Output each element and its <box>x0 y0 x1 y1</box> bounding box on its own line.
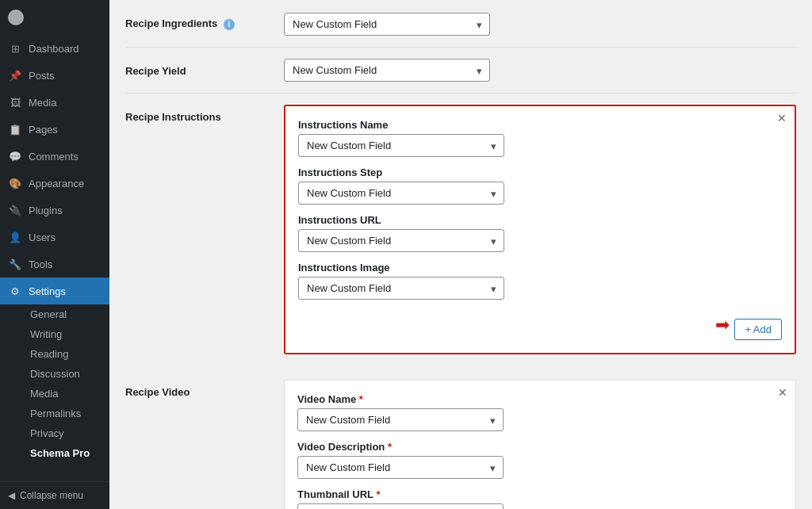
recipe-ingredients-select[interactable]: New Custom Field Post Title Post Content <box>284 13 490 36</box>
wp-logo-icon <box>8 10 24 25</box>
sidebar-item-label: Settings <box>29 285 66 297</box>
recipe-instructions-right: ✕ Instructions Name New Custom Field Pos… <box>284 105 796 358</box>
submenu-item-media[interactable]: Media <box>8 384 109 404</box>
recipe-video-row: Recipe Video ✕ Video Name * New Custom F… <box>125 380 796 509</box>
instructions-name-select[interactable]: New Custom Field Post Title <box>298 134 504 157</box>
collapse-menu-button[interactable]: ◀ Collapse menu <box>0 481 109 509</box>
settings-icon: ⚙ <box>8 284 22 298</box>
sidebar-item-label: Appearance <box>29 178 84 189</box>
instructions-step-field: Instructions Step New Custom Field Post … <box>298 166 782 205</box>
add-row: ➡ + Add <box>298 309 782 340</box>
pages-icon: 📋 <box>8 122 22 136</box>
video-description-select[interactable]: New Custom Field <box>297 456 504 479</box>
submenu-item-reading[interactable]: Reading <box>8 344 109 364</box>
posts-icon: 📌 <box>8 68 22 82</box>
recipe-instructions-section: ✕ Instructions Name New Custom Field Pos… <box>284 105 796 354</box>
sidebar-item-plugins[interactable]: 🔌 Plugins <box>0 197 109 224</box>
video-name-select[interactable]: New Custom Field <box>297 408 504 431</box>
sidebar-item-label: Comments <box>29 151 79 163</box>
sidebar-item-comments[interactable]: 💬 Comments <box>0 143 109 170</box>
instructions-url-select-wrapper: New Custom Field Post Title <box>298 229 504 252</box>
video-description-label: Video Description * <box>297 441 783 453</box>
instructions-url-field: Instructions URL New Custom Field Post T… <box>298 214 782 252</box>
thumbnail-url-field: Thumbnail URL * New Custom Field <box>297 488 783 509</box>
plugins-icon: 🔌 <box>8 203 22 217</box>
sidebar-item-settings[interactable]: ⚙ Settings <box>0 277 109 304</box>
recipe-ingredients-label: Recipe Ingredients i <box>125 13 284 30</box>
sidebar-item-label: Posts <box>29 70 55 82</box>
instructions-image-field: Instructions Image New Custom Field Post… <box>298 262 782 300</box>
instructions-image-select[interactable]: New Custom Field Post Title <box>298 277 504 300</box>
tools-icon: 🔧 <box>8 257 22 271</box>
dashboard-icon: ⊞ <box>8 41 22 55</box>
instructions-name-label: Instructions Name <box>298 119 782 131</box>
required-indicator: * <box>376 488 380 500</box>
comments-icon: 💬 <box>8 149 22 163</box>
sidebar-item-tools[interactable]: 🔧 Tools <box>0 251 109 277</box>
instructions-url-label: Instructions URL <box>298 214 782 226</box>
thumbnail-url-label: Thumbnail URL * <box>297 488 783 500</box>
arrow-icon: ➡ <box>715 315 730 335</box>
recipe-yield-row: Recipe Yield New Custom Field Post Title… <box>125 59 796 94</box>
sidebar: ⊞ Dashboard 📌 Posts 🖼 Media 📋 Pages 💬 Co… <box>0 0 109 509</box>
submenu-item-discussion[interactable]: Discussion <box>8 364 109 384</box>
video-name-label: Video Name * <box>297 393 783 405</box>
content-area: Recipe Ingredients i New Custom Field Po… <box>109 0 812 509</box>
appearance-icon: 🎨 <box>8 176 22 190</box>
instructions-step-select-wrapper: New Custom Field Post Title <box>298 182 504 205</box>
recipe-video-section: ✕ Video Name * New Custom Field <box>284 380 796 509</box>
instructions-image-select-wrapper: New Custom Field Post Title <box>298 277 504 300</box>
instructions-close-button[interactable]: ✕ <box>777 113 787 124</box>
instructions-image-label: Instructions Image <box>298 262 782 274</box>
instructions-url-select[interactable]: New Custom Field Post Title <box>298 229 504 252</box>
sidebar-item-media[interactable]: 🖼 Media <box>0 89 109 116</box>
instructions-step-select[interactable]: New Custom Field Post Title <box>298 182 504 205</box>
collapse-icon: ◀ <box>8 490 15 501</box>
settings-submenu: General Writing Reading Discussion Media… <box>0 304 109 463</box>
sidebar-item-dashboard[interactable]: ⊞ Dashboard <box>0 35 109 62</box>
recipe-instructions-label: Recipe Instructions <box>125 105 284 123</box>
video-name-field: Video Name * New Custom Field <box>297 393 783 431</box>
video-description-select-wrapper: New Custom Field <box>297 456 504 479</box>
sidebar-item-users[interactable]: 👤 Users <box>0 224 109 251</box>
submenu-item-privacy[interactable]: Privacy <box>8 423 109 443</box>
video-description-field: Video Description * New Custom Field <box>297 441 783 479</box>
submenu-item-writing[interactable]: Writing <box>8 324 109 344</box>
recipe-yield-select-wrapper: New Custom Field Post Title Post Content <box>284 59 490 82</box>
thumbnail-url-select-wrapper: New Custom Field <box>297 503 504 509</box>
instructions-name-field: Instructions Name New Custom Field Post … <box>298 119 782 157</box>
submenu-item-general[interactable]: General <box>8 304 109 324</box>
required-indicator: * <box>388 441 392 453</box>
recipe-ingredients-row: Recipe Ingredients i New Custom Field Po… <box>125 13 796 48</box>
recipe-video-right: ✕ Video Name * New Custom Field <box>284 380 796 509</box>
sidebar-item-label: Media <box>29 97 56 109</box>
add-button[interactable]: + Add <box>734 319 782 340</box>
submenu-item-permalinks[interactable]: Permalinks <box>8 404 109 423</box>
sidebar-item-label: Users <box>29 232 56 243</box>
recipe-yield-right: New Custom Field Post Title Post Content <box>284 59 796 82</box>
submenu-item-schema-pro[interactable]: Schema Pro <box>8 443 109 463</box>
required-indicator: * <box>359 393 363 405</box>
recipe-video-label: Recipe Video <box>125 380 284 398</box>
sidebar-item-appearance[interactable]: 🎨 Appearance <box>0 170 109 197</box>
video-name-select-wrapper: New Custom Field <box>297 408 504 431</box>
users-icon: 👤 <box>8 230 22 244</box>
sidebar-item-pages[interactable]: 📋 Pages <box>0 116 109 143</box>
recipe-ingredients-field: New Custom Field Post Title Post Content <box>284 13 490 36</box>
info-icon[interactable]: i <box>224 19 235 30</box>
instructions-name-select-wrapper: New Custom Field Post Title <box>298 134 504 157</box>
media-icon: 🖼 <box>8 95 22 109</box>
collapse-label: Collapse menu <box>20 490 83 501</box>
sidebar-logo <box>0 0 109 35</box>
video-close-button[interactable]: ✕ <box>778 387 787 398</box>
main-content: Recipe Ingredients i New Custom Field Po… <box>109 0 812 509</box>
thumbnail-url-select[interactable]: New Custom Field <box>297 503 504 509</box>
sidebar-item-label: Pages <box>29 124 58 136</box>
recipe-instructions-row: Recipe Instructions ✕ Instructions Name … <box>125 105 796 369</box>
sidebar-item-posts[interactable]: 📌 Posts <box>0 62 109 89</box>
recipe-yield-select[interactable]: New Custom Field Post Title Post Content <box>284 59 490 82</box>
sidebar-item-label: Plugins <box>29 205 63 216</box>
sidebar-item-label: Tools <box>29 258 52 270</box>
recipe-yield-label: Recipe Yield <box>125 59 284 77</box>
recipe-ingredients-select-wrapper: New Custom Field Post Title Post Content <box>284 13 490 36</box>
